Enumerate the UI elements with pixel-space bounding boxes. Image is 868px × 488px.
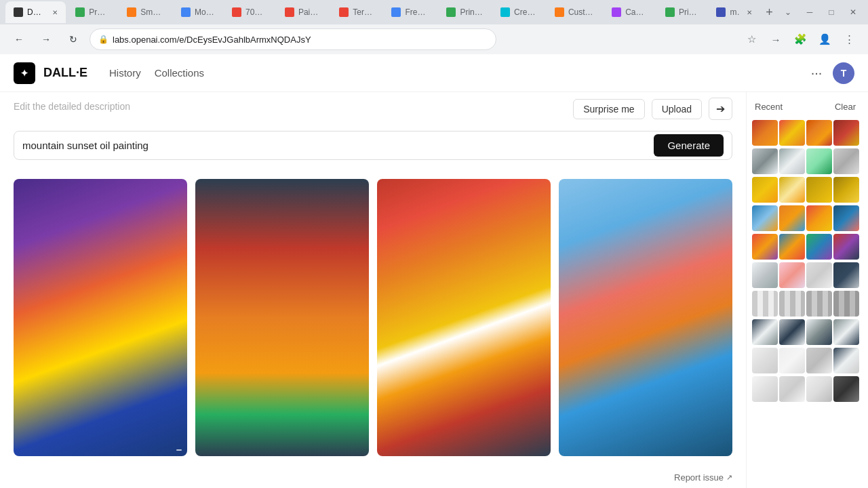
tab-search-icon[interactable]: ⌄ [778, 3, 797, 22]
maximize-icon[interactable]: □ [822, 3, 841, 22]
new-tab-button[interactable]: + [762, 3, 777, 22]
address-bar[interactable]: 🔒 labs.openai.com/e/DcEysEvJGahlbArmxNQD… [90, 28, 496, 50]
extensions-icon[interactable]: 🧩 [789, 28, 811, 50]
sidebar-clear-button[interactable]: Clear [831, 100, 860, 113]
thumbnail-item[interactable] [806, 120, 832, 146]
header-right: ··· T [806, 62, 854, 84]
thumbnail-item[interactable] [806, 148, 832, 174]
minimize-icon[interactable]: ─ [800, 3, 819, 22]
tab-other-1[interactable]: Prese... [67, 1, 117, 23]
tab-other-4[interactable]: 70+ Fi... [224, 1, 275, 23]
tab-close-icon[interactable]: ✕ [52, 9, 58, 16]
thumbnail-item[interactable] [806, 319, 832, 345]
tab-dalle[interactable]: DALL-E ✕ [5, 1, 66, 23]
app-logo: ✦ [14, 62, 35, 84]
app-name: DALL·E [43, 66, 87, 80]
more-options-button[interactable]: ··· [806, 62, 827, 84]
thumbnail-item[interactable] [779, 177, 805, 203]
tab-other-13[interactable]: mo... ✕ [708, 1, 760, 23]
thumbnail-item[interactable] [779, 348, 805, 373]
close-window-icon[interactable]: ✕ [844, 3, 863, 22]
tab-favicon [612, 7, 621, 17]
generated-image-1[interactable] [14, 179, 187, 456]
thumb-row-2 [747, 147, 868, 176]
thumbnail-item[interactable] [833, 376, 859, 402]
thumbnail-item[interactable] [752, 148, 778, 174]
profile-icon[interactable]: 👤 [814, 28, 835, 50]
thumbnail-item[interactable] [779, 234, 805, 260]
upload-button[interactable]: Upload [652, 99, 702, 119]
thumbnail-item[interactable] [833, 348, 859, 373]
tab-favicon [14, 7, 23, 17]
tab-other-11[interactable]: Canva... [604, 1, 656, 23]
sidebar-recent-label: Recent [755, 102, 783, 112]
thumbnail-item[interactable] [806, 177, 832, 203]
thumbnail-item[interactable] [833, 319, 859, 345]
thumbnail-item[interactable] [806, 376, 832, 402]
thumbnail-item[interactable] [833, 205, 859, 231]
arrow-button[interactable]: ➔ [709, 98, 732, 120]
tab-other-2[interactable]: Smoky... [119, 1, 172, 23]
thumbnail-item[interactable] [806, 205, 832, 231]
thumbnail-item[interactable] [833, 234, 859, 260]
nav-history[interactable]: History [104, 63, 146, 83]
generate-button[interactable]: Generate [654, 134, 724, 157]
tab-other-10[interactable]: Custom... [547, 1, 602, 23]
nav-collections[interactable]: Collections [149, 63, 210, 83]
tab-other-12[interactable]: Printif... [657, 1, 707, 23]
thumbnail-item[interactable] [779, 291, 805, 317]
tab-other-6[interactable]: Terms... [331, 1, 382, 23]
tab-other-3[interactable]: Moun... [173, 1, 222, 23]
avatar[interactable]: T [833, 62, 854, 84]
tab-favicon [232, 7, 241, 17]
tab-label: Printif... [679, 7, 699, 17]
forward-button[interactable]: → [35, 28, 57, 50]
thumbnail-item[interactable] [752, 376, 778, 402]
thumbnail-item[interactable] [752, 291, 778, 317]
thumbnail-item[interactable] [779, 319, 805, 345]
tab-favicon [716, 7, 726, 17]
thumbnail-item[interactable] [752, 120, 778, 146]
generated-image-4[interactable] [559, 179, 732, 456]
thumbnail-item[interactable] [779, 205, 805, 231]
back-button[interactable]: ← [8, 28, 30, 50]
thumbnail-item[interactable] [752, 262, 778, 288]
thumbnail-item[interactable] [752, 319, 778, 345]
content-footer: Report issue ↗ [0, 467, 746, 488]
generated-image-2[interactable] [195, 179, 369, 456]
thumbnail-item[interactable] [752, 234, 778, 260]
reload-button[interactable]: ↻ [62, 28, 84, 50]
generated-image-3[interactable] [377, 179, 551, 456]
thumbnail-item[interactable] [752, 348, 778, 373]
thumbnail-item[interactable] [779, 376, 805, 402]
report-issue-link[interactable]: Report issue ↗ [674, 472, 732, 483]
bookmark-star-icon[interactable]: ☆ [741, 28, 762, 50]
tab-bar: DALL-E ✕ Prese... Smoky... Moun... 70+ F… [0, 0, 868, 24]
thumb-row-6 [747, 261, 868, 289]
thumbnail-item[interactable] [806, 262, 832, 288]
thumbnail-item[interactable] [833, 291, 859, 317]
tab-favicon [127, 7, 136, 17]
thumbnail-item[interactable] [806, 348, 832, 373]
tab-other-9[interactable]: Create... [492, 1, 545, 23]
thumbnail-item[interactable] [806, 234, 832, 260]
thumbnail-item[interactable] [779, 148, 805, 174]
thumbnail-item[interactable] [833, 148, 859, 174]
thumbnail-item[interactable] [833, 120, 859, 146]
thumbnail-item[interactable] [779, 120, 805, 146]
tab-favicon [285, 7, 294, 17]
thumbnail-item[interactable] [752, 205, 778, 231]
thumbnail-item[interactable] [833, 262, 859, 288]
prompt-input[interactable] [22, 131, 654, 159]
tab-other-5[interactable]: Paintin... [277, 1, 330, 23]
thumbnail-item[interactable] [806, 291, 832, 317]
surprise-me-button[interactable]: Surprise me [573, 99, 644, 119]
thumbnail-item[interactable] [779, 262, 805, 288]
menu-icon[interactable]: ⋮ [838, 28, 860, 50]
tab-close-icon[interactable]: ✕ [747, 9, 752, 16]
thumbnail-item[interactable] [752, 177, 778, 203]
share-icon[interactable]: → [765, 28, 787, 50]
tab-other-8[interactable]: Printify... [438, 1, 491, 23]
tab-other-7[interactable]: Free O... [383, 1, 437, 23]
thumbnail-item[interactable] [833, 177, 859, 203]
